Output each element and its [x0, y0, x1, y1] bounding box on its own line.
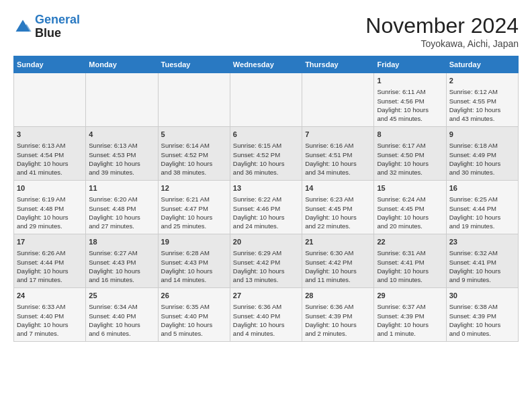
day-cell-20: 20Sunrise: 6:29 AM Sunset: 4:42 PM Dayli… — [230, 234, 302, 288]
day-cell-7: 7Sunrise: 6:16 AM Sunset: 4:51 PM Daylig… — [302, 127, 374, 181]
day-info: Sunrise: 6:23 AM Sunset: 4:45 PM Dayligh… — [305, 195, 371, 230]
day-cell-10: 10Sunrise: 6:19 AM Sunset: 4:48 PM Dayli… — [14, 181, 86, 234]
day-number: 19 — [161, 237, 227, 247]
day-cell-12: 12Sunrise: 6:21 AM Sunset: 4:47 PM Dayli… — [158, 181, 230, 234]
day-cell-16: 16Sunrise: 6:25 AM Sunset: 4:44 PM Dayli… — [446, 181, 518, 234]
day-info: Sunrise: 6:22 AM Sunset: 4:46 PM Dayligh… — [233, 195, 299, 230]
day-cell-2: 2Sunrise: 6:12 AM Sunset: 4:55 PM Daylig… — [446, 73, 518, 127]
day-number: 29 — [377, 291, 443, 301]
empty-cell — [158, 73, 230, 127]
day-info: Sunrise: 6:15 AM Sunset: 4:52 PM Dayligh… — [233, 141, 299, 177]
location-title: Toyokawa, Aichi, Japan — [365, 38, 519, 49]
day-cell-19: 19Sunrise: 6:28 AM Sunset: 4:43 PM Dayli… — [158, 234, 230, 288]
day-info: Sunrise: 6:25 AM Sunset: 4:44 PM Dayligh… — [449, 195, 515, 230]
week-row-1: 1Sunrise: 6:11 AM Sunset: 4:56 PM Daylig… — [14, 73, 519, 127]
day-number: 12 — [161, 183, 227, 193]
day-info: Sunrise: 6:26 AM Sunset: 4:44 PM Dayligh… — [17, 248, 83, 284]
empty-cell — [14, 73, 86, 127]
day-info: Sunrise: 6:35 AM Sunset: 4:40 PM Dayligh… — [161, 302, 227, 338]
day-cell-30: 30Sunrise: 6:38 AM Sunset: 4:39 PM Dayli… — [446, 288, 518, 342]
day-cell-4: 4Sunrise: 6:13 AM Sunset: 4:53 PM Daylig… — [86, 127, 158, 181]
day-cell-18: 18Sunrise: 6:27 AM Sunset: 4:43 PM Dayli… — [86, 234, 158, 288]
day-number: 2 — [449, 76, 515, 86]
logo-icon — [13, 17, 32, 36]
day-cell-3: 3Sunrise: 6:13 AM Sunset: 4:54 PM Daylig… — [14, 127, 86, 181]
day-cell-14: 14Sunrise: 6:23 AM Sunset: 4:45 PM Dayli… — [302, 181, 374, 234]
day-info: Sunrise: 6:37 AM Sunset: 4:39 PM Dayligh… — [377, 302, 443, 338]
day-info: Sunrise: 6:34 AM Sunset: 4:40 PM Dayligh… — [89, 302, 154, 338]
empty-cell — [86, 73, 158, 127]
day-cell-9: 9Sunrise: 6:18 AM Sunset: 4:49 PM Daylig… — [446, 127, 518, 181]
day-number: 24 — [17, 291, 83, 301]
day-cell-15: 15Sunrise: 6:24 AM Sunset: 4:45 PM Dayli… — [374, 181, 446, 234]
day-cell-28: 28Sunrise: 6:36 AM Sunset: 4:39 PM Dayli… — [302, 288, 374, 342]
day-info: Sunrise: 6:11 AM Sunset: 4:56 PM Dayligh… — [377, 87, 443, 123]
day-info: Sunrise: 6:38 AM Sunset: 4:39 PM Dayligh… — [449, 302, 515, 338]
day-info: Sunrise: 6:12 AM Sunset: 4:55 PM Dayligh… — [449, 87, 515, 123]
day-number: 1 — [377, 76, 443, 86]
logo-text: General Blue — [35, 13, 80, 40]
day-info: Sunrise: 6:13 AM Sunset: 4:54 PM Dayligh… — [17, 141, 83, 177]
day-cell-29: 29Sunrise: 6:37 AM Sunset: 4:39 PM Dayli… — [374, 288, 446, 342]
header: General Blue November 2024 Toyokawa, Aic… — [13, 13, 519, 49]
day-number: 14 — [305, 183, 371, 193]
day-info: Sunrise: 6:36 AM Sunset: 4:39 PM Dayligh… — [305, 302, 371, 338]
day-number: 17 — [17, 237, 83, 247]
day-number: 9 — [449, 130, 515, 140]
day-info: Sunrise: 6:36 AM Sunset: 4:40 PM Dayligh… — [233, 302, 299, 338]
day-number: 15 — [377, 183, 443, 193]
day-number: 22 — [377, 237, 443, 247]
day-cell-26: 26Sunrise: 6:35 AM Sunset: 4:40 PM Dayli… — [158, 288, 230, 342]
day-cell-25: 25Sunrise: 6:34 AM Sunset: 4:40 PM Dayli… — [86, 288, 158, 342]
day-cell-24: 24Sunrise: 6:33 AM Sunset: 4:40 PM Dayli… — [14, 288, 86, 342]
day-info: Sunrise: 6:28 AM Sunset: 4:43 PM Dayligh… — [161, 248, 227, 284]
day-info: Sunrise: 6:13 AM Sunset: 4:53 PM Dayligh… — [89, 141, 154, 177]
day-number: 21 — [305, 237, 371, 247]
day-cell-8: 8Sunrise: 6:17 AM Sunset: 4:50 PM Daylig… — [374, 127, 446, 181]
weekday-header-friday: Friday — [374, 56, 446, 73]
weekday-header-monday: Monday — [86, 56, 158, 73]
day-cell-6: 6Sunrise: 6:15 AM Sunset: 4:52 PM Daylig… — [230, 127, 302, 181]
day-info: Sunrise: 6:21 AM Sunset: 4:47 PM Dayligh… — [161, 195, 227, 230]
day-number: 30 — [449, 291, 515, 301]
empty-cell — [230, 73, 302, 127]
day-number: 18 — [89, 237, 154, 247]
weekday-header-wednesday: Wednesday — [230, 56, 302, 73]
day-number: 7 — [305, 130, 371, 140]
calendar-table: SundayMondayTuesdayWednesdayThursdayFrid… — [13, 56, 519, 342]
day-cell-1: 1Sunrise: 6:11 AM Sunset: 4:56 PM Daylig… — [374, 73, 446, 127]
day-info: Sunrise: 6:14 AM Sunset: 4:52 PM Dayligh… — [161, 141, 227, 177]
day-number: 16 — [449, 183, 515, 193]
day-info: Sunrise: 6:31 AM Sunset: 4:41 PM Dayligh… — [377, 248, 443, 284]
day-number: 8 — [377, 130, 443, 140]
day-number: 10 — [17, 183, 83, 193]
day-number: 4 — [89, 130, 154, 140]
day-number: 5 — [161, 130, 227, 140]
logo: General Blue — [13, 13, 80, 40]
empty-cell — [302, 73, 374, 127]
month-title: November 2024 — [365, 13, 519, 38]
title-area: November 2024 Toyokawa, Aichi, Japan — [365, 13, 519, 49]
day-number: 3 — [17, 130, 83, 140]
day-cell-21: 21Sunrise: 6:30 AM Sunset: 4:42 PM Dayli… — [302, 234, 374, 288]
day-cell-13: 13Sunrise: 6:22 AM Sunset: 4:46 PM Dayli… — [230, 181, 302, 234]
day-info: Sunrise: 6:20 AM Sunset: 4:48 PM Dayligh… — [89, 195, 154, 230]
weekday-header-saturday: Saturday — [446, 56, 518, 73]
day-info: Sunrise: 6:32 AM Sunset: 4:41 PM Dayligh… — [449, 248, 515, 284]
week-row-4: 17Sunrise: 6:26 AM Sunset: 4:44 PM Dayli… — [14, 234, 519, 288]
day-number: 20 — [233, 237, 299, 247]
day-number: 23 — [449, 237, 515, 247]
day-number: 25 — [89, 291, 154, 301]
week-row-2: 3Sunrise: 6:13 AM Sunset: 4:54 PM Daylig… — [14, 127, 519, 181]
day-info: Sunrise: 6:24 AM Sunset: 4:45 PM Dayligh… — [377, 195, 443, 230]
day-cell-17: 17Sunrise: 6:26 AM Sunset: 4:44 PM Dayli… — [14, 234, 86, 288]
day-info: Sunrise: 6:19 AM Sunset: 4:48 PM Dayligh… — [17, 195, 83, 230]
weekday-header-tuesday: Tuesday — [158, 56, 230, 73]
day-number: 13 — [233, 183, 299, 193]
weekday-header-thursday: Thursday — [302, 56, 374, 73]
day-info: Sunrise: 6:27 AM Sunset: 4:43 PM Dayligh… — [89, 248, 154, 284]
day-info: Sunrise: 6:29 AM Sunset: 4:42 PM Dayligh… — [233, 248, 299, 284]
day-info: Sunrise: 6:16 AM Sunset: 4:51 PM Dayligh… — [305, 141, 371, 177]
day-cell-11: 11Sunrise: 6:20 AM Sunset: 4:48 PM Dayli… — [86, 181, 158, 234]
day-info: Sunrise: 6:30 AM Sunset: 4:42 PM Dayligh… — [305, 248, 371, 284]
